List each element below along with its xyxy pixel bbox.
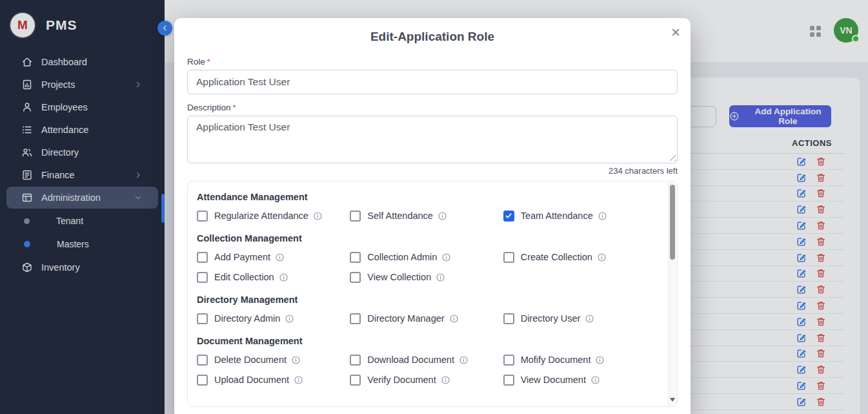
permission-item-team-attendance: Team Attendance <box>503 209 656 223</box>
permission-item-directory-manager: Directory Manager <box>350 311 503 326</box>
required-asterisk: * <box>233 103 236 112</box>
checkbox-create-collection[interactable] <box>503 252 514 263</box>
checkbox-directory-admin[interactable] <box>197 313 208 324</box>
permission-label: View Collection <box>367 272 431 282</box>
checkbox-directory-manager[interactable] <box>350 313 361 324</box>
permission-label: Add Payment <box>214 252 270 262</box>
checkbox-download-document[interactable] <box>350 355 361 366</box>
permission-section-title: Collection Management <box>197 233 656 243</box>
info-icon[interactable] <box>597 253 607 262</box>
permission-label: Mofify Document <box>521 355 591 365</box>
checkbox-add-payment[interactable] <box>197 252 208 263</box>
permission-item-download-document: Download Document <box>350 353 503 367</box>
check-icon <box>505 212 512 220</box>
checkbox-upload-document[interactable] <box>197 375 208 386</box>
role-field-label: Role* <box>187 57 678 67</box>
info-icon[interactable] <box>285 314 294 324</box>
info-icon[interactable] <box>294 375 303 385</box>
checkbox-mofify-document[interactable] <box>503 355 514 366</box>
permission-grid: Directory AdminDirectory ManagerDirector… <box>197 311 656 326</box>
description-field-label: Description* <box>187 103 678 112</box>
permission-label: Self Attendance <box>367 211 433 221</box>
permission-item-directory-admin: Directory Admin <box>197 311 350 326</box>
app-window: M PMS DashboardProjectsEmployeesAttendan… <box>0 0 868 414</box>
role-label-text: Role <box>187 57 205 67</box>
info-icon[interactable] <box>279 273 288 282</box>
info-icon[interactable] <box>438 211 447 221</box>
permission-item-collection-admin: Collection Admin <box>350 250 503 264</box>
permission-section-title: Document Management <box>197 336 656 346</box>
permission-label: Verify Document <box>367 375 436 385</box>
permission-item-mofify-document: Mofify Document <box>503 353 656 367</box>
checkbox-verify-document[interactable] <box>350 375 361 386</box>
permission-grid: Add PaymentCollection AdminCreate Collec… <box>197 250 656 284</box>
close-icon[interactable]: × <box>671 25 680 40</box>
permission-item-self-attendance: Self Attendance <box>350 209 503 223</box>
checkbox-view-collection[interactable] <box>350 272 361 283</box>
permission-label: Collection Admin <box>367 252 437 262</box>
scrollbar-down-arrow-icon[interactable] <box>670 398 675 402</box>
info-icon[interactable] <box>585 314 594 324</box>
permission-item-edit-collection: Edit Collection <box>197 270 350 284</box>
permission-item-delete-document: Delete Document <box>197 353 350 367</box>
scrollbar-thumb[interactable] <box>670 185 675 260</box>
permission-label: Directory Admin <box>214 313 280 324</box>
checkbox-directory-user[interactable] <box>503 313 514 324</box>
permission-item-upload-document: Upload Document <box>197 373 350 387</box>
modal-title: Edit-Application Role <box>187 30 678 44</box>
required-asterisk: * <box>207 57 210 67</box>
permission-label: View Document <box>521 375 586 385</box>
permission-label: Upload Document <box>214 375 289 385</box>
permission-label: Directory User <box>521 313 581 324</box>
permission-item-view-document: View Document <box>503 373 656 387</box>
checkbox-team-attendance[interactable] <box>503 211 514 222</box>
characters-left-counter: 234 characters left <box>187 166 678 176</box>
permission-section-title: Attendance Management <box>197 192 656 202</box>
info-icon[interactable] <box>441 375 450 385</box>
permission-section-title: Directory Management <box>197 295 656 305</box>
edit-application-role-modal: Edit-Application Role × Role* Descriptio… <box>174 18 691 414</box>
checkbox-regularize-attendance[interactable] <box>197 211 208 222</box>
checkbox-edit-collection[interactable] <box>197 272 208 283</box>
description-textarea[interactable]: Application Test User <box>187 116 678 163</box>
role-input[interactable] <box>187 70 678 94</box>
permission-label: Download Document <box>367 355 454 365</box>
info-icon[interactable] <box>449 314 459 324</box>
info-icon[interactable] <box>291 355 301 365</box>
info-icon[interactable] <box>590 375 600 385</box>
permissions-list: Attendance ManagementRegularize Attendan… <box>197 192 656 387</box>
permission-item-create-collection: Create Collection <box>503 250 656 264</box>
permissions-panel: Attendance ManagementRegularize Attendan… <box>187 181 678 407</box>
info-icon[interactable] <box>436 273 445 282</box>
checkbox-delete-document[interactable] <box>197 355 208 366</box>
permission-label: Delete Document <box>214 355 287 365</box>
checkbox-view-document[interactable] <box>503 375 514 386</box>
permission-item-verify-document: Verify Document <box>350 373 503 387</box>
permission-label: Team Attendance <box>521 211 593 221</box>
permission-label: Regularize Attendance <box>214 211 308 221</box>
info-icon[interactable] <box>595 355 605 365</box>
checkbox-self-attendance[interactable] <box>350 211 361 222</box>
description-label-text: Description <box>187 103 231 112</box>
permission-item-regularize-attendance: Regularize Attendance <box>197 209 350 223</box>
description-textarea-wrap: Application Test User <box>187 116 678 163</box>
permission-grid: Delete DocumentDownload DocumentMofify D… <box>197 353 656 387</box>
permission-grid: Regularize AttendanceSelf AttendanceTeam… <box>197 209 656 223</box>
checkbox-collection-admin[interactable] <box>350 252 361 263</box>
permission-item-add-payment: Add Payment <box>197 250 350 264</box>
scrollbar[interactable] <box>668 182 676 406</box>
info-icon[interactable] <box>441 253 451 262</box>
permission-item-directory-user: Directory User <box>503 311 656 326</box>
info-icon[interactable] <box>598 211 607 221</box>
permission-label: Create Collection <box>521 252 592 262</box>
info-icon[interactable] <box>313 211 323 221</box>
info-icon[interactable] <box>275 253 285 262</box>
permission-item-view-collection: View Collection <box>350 270 503 284</box>
permission-label: Directory Manager <box>367 313 444 324</box>
info-icon[interactable] <box>459 355 469 365</box>
permission-label: Edit Collection <box>214 272 274 282</box>
